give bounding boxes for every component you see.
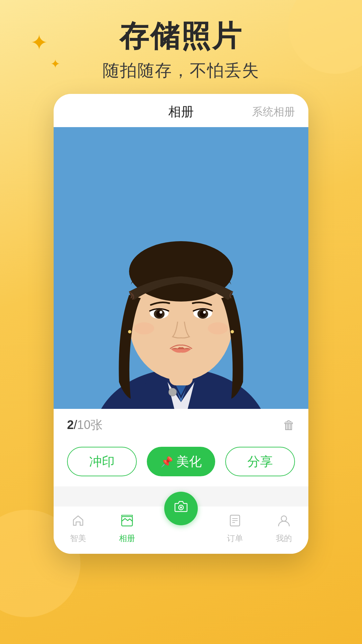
- nav-item-order[interactable]: 订单: [210, 513, 259, 544]
- phone-header: 相册 系统相册: [54, 94, 308, 127]
- nav-item-album[interactable]: 相册: [103, 513, 152, 544]
- nav-label-home: 智美: [70, 533, 86, 544]
- photo-count: 2/10张: [67, 417, 103, 433]
- nav-item-profile[interactable]: 我的: [259, 513, 308, 544]
- svg-point-30: [281, 516, 287, 521]
- svg-point-20: [208, 322, 228, 334]
- info-bar: 2/10张 🗑: [54, 409, 308, 441]
- order-icon: [228, 513, 242, 531]
- pin-icon: 📌: [161, 456, 173, 468]
- svg-rect-23: [122, 517, 132, 526]
- portrait-image: [54, 127, 308, 409]
- photo-total: 10: [77, 418, 90, 432]
- sub-title: 随拍随存，不怕丢失: [0, 59, 362, 82]
- svg-point-7: [169, 388, 177, 396]
- photo-display-area: [54, 127, 308, 409]
- delete-icon[interactable]: 🗑: [283, 418, 295, 432]
- photo-unit: 张: [90, 418, 103, 432]
- camera-button[interactable]: [164, 492, 198, 525]
- beautify-button[interactable]: 📌 美化: [147, 447, 215, 476]
- main-title: 存储照片: [0, 20, 362, 53]
- action-buttons: 冲印 📌 美化 分享: [54, 441, 308, 486]
- tab-album[interactable]: 相册: [168, 103, 194, 120]
- nav-label-album: 相册: [119, 533, 135, 544]
- nav-label-profile: 我的: [276, 533, 292, 544]
- svg-point-22: [231, 330, 234, 333]
- beautify-label: 美化: [176, 453, 202, 470]
- svg-point-25: [180, 506, 182, 508]
- album-icon: [120, 513, 134, 531]
- nav-item-home[interactable]: 智美: [54, 513, 103, 544]
- camera-icon: [173, 499, 189, 518]
- svg-point-21: [128, 330, 131, 333]
- tab-system-album[interactable]: 系统相册: [252, 105, 295, 119]
- photo-separator: /: [74, 418, 77, 432]
- share-button[interactable]: 分享: [225, 447, 295, 476]
- home-icon: [71, 513, 85, 531]
- svg-point-14: [160, 311, 162, 314]
- title-area: 存储照片 随拍随存，不怕丢失: [0, 20, 362, 82]
- svg-point-18: [203, 311, 206, 314]
- photo-current: 2: [67, 418, 74, 432]
- phone-mockup: 相册 系统相册: [54, 94, 308, 554]
- bottom-nav: 智美 相册: [54, 506, 308, 554]
- nav-label-order: 订单: [227, 533, 243, 544]
- svg-point-19: [134, 322, 154, 334]
- print-button[interactable]: 冲印: [67, 447, 137, 476]
- profile-icon: [277, 513, 291, 531]
